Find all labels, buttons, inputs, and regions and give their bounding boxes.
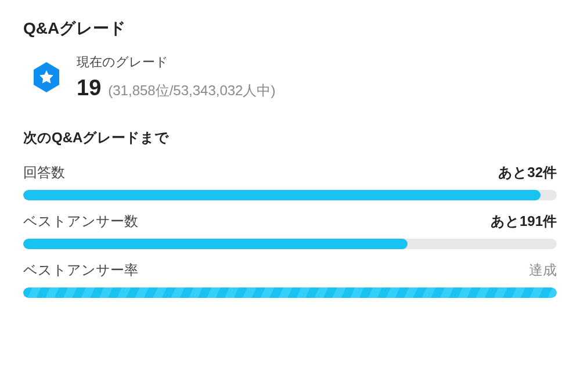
progress-label: ベストアンサー数 [23, 212, 138, 231]
progress-status: あと32件 [498, 163, 557, 182]
progress-fill [23, 287, 557, 298]
next-grade-title: 次のQ&Aグレードまで [23, 128, 557, 147]
progress-item: ベストアンサー数あと191件 [23, 212, 557, 249]
grade-rank: (31,858位/53,343,032人中) [108, 81, 275, 100]
progress-header: ベストアンサー率達成 [23, 261, 557, 279]
progress-label: 回答数 [23, 163, 65, 182]
progress-status: あと191件 [491, 212, 557, 231]
progress-header: ベストアンサー数あと191件 [23, 212, 557, 231]
progress-item: 回答数あと32件 [23, 163, 557, 200]
progress-header: 回答数あと32件 [23, 163, 557, 182]
progress-bar [23, 239, 557, 249]
progress-item: ベストアンサー率達成 [23, 261, 557, 298]
progress-status: 達成 [529, 261, 557, 279]
qa-grade-title: Q&Aグレード [23, 17, 557, 39]
progress-list: 回答数あと32件ベストアンサー数あと191件ベストアンサー率達成 [23, 163, 557, 298]
progress-fill [23, 190, 541, 200]
progress-bar [23, 190, 557, 200]
grade-badge-icon [30, 61, 63, 93]
grade-value: 19 [77, 75, 101, 100]
progress-label: ベストアンサー率 [23, 261, 138, 279]
grade-info: 現在のグレード 19 (31,858位/53,343,032人中) [77, 53, 275, 100]
current-grade-label: 現在のグレード [77, 53, 275, 71]
progress-fill [23, 239, 408, 249]
progress-bar [23, 287, 557, 298]
current-grade-row: 現在のグレード 19 (31,858位/53,343,032人中) [23, 53, 557, 100]
grade-value-row: 19 (31,858位/53,343,032人中) [77, 75, 275, 100]
